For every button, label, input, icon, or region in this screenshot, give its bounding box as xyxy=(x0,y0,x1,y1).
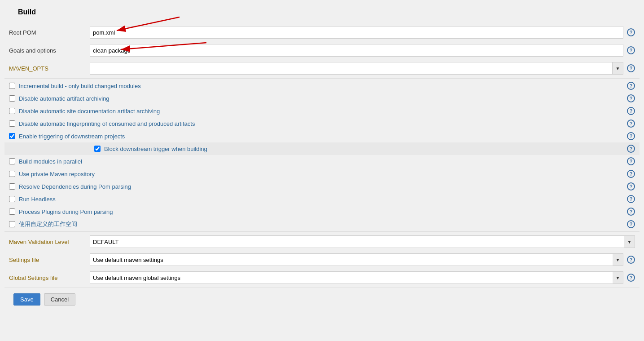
maven-validation-select-wrap: DEFAULT STRICT LAX ▼ xyxy=(90,235,635,248)
checkbox-row-block-downstream: Block downstream trigger when building ? xyxy=(4,142,640,155)
maven-opts-row: MAVEN_OPTS ▼ ? xyxy=(4,59,640,77)
incremental-help-icon[interactable]: ? xyxy=(627,82,635,90)
settings-file-select-wrap: Use default maven settings Custom settin… xyxy=(90,253,623,266)
maven-opts-input-wrap: ▼ xyxy=(90,62,623,75)
settings-file-help-icon[interactable]: ? xyxy=(627,256,635,264)
checkbox-incremental[interactable] xyxy=(9,83,15,89)
save-button[interactable]: Save xyxy=(13,293,40,306)
checkbox-disable-archiving-label[interactable]: Disable automatic artifact archiving xyxy=(19,95,110,102)
settings-file-label: Settings file xyxy=(9,257,90,263)
run-headless-help-icon[interactable]: ? xyxy=(627,195,635,203)
checkbox-run-headless[interactable] xyxy=(9,196,15,202)
maven-opts-input[interactable] xyxy=(90,62,613,75)
bottom-buttons: Save Cancel xyxy=(4,289,640,310)
section-header: Build xyxy=(0,0,644,23)
checkbox-disable-site-doc[interactable] xyxy=(9,108,15,114)
checkbox-custom-workspace[interactable] xyxy=(9,221,15,227)
maven-opts-help-icon[interactable]: ? xyxy=(627,64,635,72)
goals-options-label: Goals and options xyxy=(9,47,90,54)
parallel-help-icon[interactable]: ? xyxy=(627,157,635,165)
root-pom-input[interactable] xyxy=(90,26,623,39)
checkbox-row-disable-site-doc: Disable automatic site documentation art… xyxy=(4,105,640,117)
checkbox-disable-fingerprinting[interactable] xyxy=(9,120,15,127)
enable-downstream-help-icon[interactable]: ? xyxy=(627,132,635,140)
disable-site-doc-help-icon[interactable]: ? xyxy=(627,107,635,115)
checkbox-resolve-deps-label[interactable]: Resolve Dependencies during Pom parsing xyxy=(19,183,131,190)
maven-validation-label: Maven Validation Level xyxy=(9,239,90,245)
checkbox-incremental-label[interactable]: Incremental build - only build changed m… xyxy=(19,83,141,89)
checkbox-process-plugins[interactable] xyxy=(9,208,15,215)
checkbox-row-disable-fingerprinting: Disable automatic fingerprinting of cons… xyxy=(4,117,640,130)
checkbox-custom-workspace-label[interactable]: 使用自定义的工作空间 xyxy=(19,220,77,228)
goals-options-input-wrap xyxy=(90,44,623,57)
global-settings-dropdown-arrow[interactable]: ▼ xyxy=(613,271,623,284)
checkbox-parallel-label[interactable]: Build modules in parallel xyxy=(19,158,82,165)
checkbox-resolve-deps[interactable] xyxy=(9,183,15,190)
root-pom-input-wrap xyxy=(90,26,623,39)
checkbox-enable-downstream[interactable] xyxy=(9,133,15,139)
global-settings-select[interactable]: Use default maven global settings Custom… xyxy=(90,271,623,284)
disable-fingerprinting-help-icon[interactable]: ? xyxy=(627,120,635,128)
checkbox-process-plugins-label[interactable]: Process Plugins during Pom parsing xyxy=(19,208,113,215)
page-wrapper: Build Root POM ? Goals and options xyxy=(0,0,644,341)
checkbox-row-custom-workspace: 使用自定义的工作空间 ? xyxy=(4,218,640,230)
maven-validation-dropdown-arrow[interactable]: ▼ xyxy=(624,235,635,248)
process-plugins-help-icon[interactable]: ? xyxy=(627,208,635,216)
checkbox-block-downstream-label[interactable]: Block downstream trigger when building xyxy=(104,146,207,152)
global-settings-select-wrap: Use default maven global settings Custom… xyxy=(90,271,623,284)
global-settings-label: Global Settings file xyxy=(9,275,90,281)
settings-file-select[interactable]: Use default maven settings Custom settin… xyxy=(90,253,623,266)
checkbox-parallel[interactable] xyxy=(9,158,15,164)
root-pom-row: Root POM ? xyxy=(4,23,640,41)
maven-validation-select[interactable]: DEFAULT STRICT LAX xyxy=(90,235,635,248)
checkbox-row-resolve-deps: Resolve Dependencies during Pom parsing … xyxy=(4,180,640,193)
checkbox-row-parallel: Build modules in parallel ? xyxy=(4,155,640,168)
checkbox-private-repo[interactable] xyxy=(9,171,15,177)
checkbox-disable-fingerprinting-label[interactable]: Disable automatic fingerprinting of cons… xyxy=(19,120,195,127)
cancel-button[interactable]: Cancel xyxy=(44,293,75,306)
divider-1 xyxy=(4,78,640,79)
resolve-deps-help-icon[interactable]: ? xyxy=(627,182,635,190)
root-pom-label: Root POM xyxy=(9,29,90,36)
checkbox-run-headless-label[interactable]: Run Headless xyxy=(19,196,56,203)
disable-archiving-help-icon[interactable]: ? xyxy=(627,94,635,102)
block-downstream-help-icon[interactable]: ? xyxy=(627,145,635,153)
form-container: Root POM ? Goals and options ? MAVEN_OPT… xyxy=(0,23,644,310)
checkbox-enable-downstream-label[interactable]: Enable triggering of downstream projects xyxy=(19,133,125,140)
checkbox-row-run-headless: Run Headless ? xyxy=(4,193,640,205)
checkbox-private-repo-label[interactable]: Use private Maven repository xyxy=(19,171,95,177)
checkbox-row-disable-archiving: Disable automatic artifact archiving ? xyxy=(4,92,640,105)
root-pom-help-icon[interactable]: ? xyxy=(627,28,635,36)
checkbox-row-process-plugins: Process Plugins during Pom parsing ? xyxy=(4,205,640,218)
maven-opts-label: MAVEN_OPTS xyxy=(9,65,90,72)
global-settings-help-icon[interactable]: ? xyxy=(627,274,635,282)
checkbox-row-private-repo: Use private Maven repository ? xyxy=(4,168,640,180)
section-title: Build xyxy=(9,4,635,20)
custom-workspace-help-icon[interactable]: ? xyxy=(627,220,635,228)
divider-3 xyxy=(4,288,640,288)
goals-options-help-icon[interactable]: ? xyxy=(627,46,635,54)
maven-opts-dropdown-btn[interactable]: ▼ xyxy=(613,62,623,75)
settings-file-dropdown-arrow[interactable]: ▼ xyxy=(613,253,623,266)
checkbox-block-downstream[interactable] xyxy=(94,146,101,152)
maven-validation-row: Maven Validation Level DEFAULT STRICT LA… xyxy=(4,233,640,251)
global-settings-row: Global Settings file Use default maven g… xyxy=(4,269,640,287)
checkbox-row-incremental: Incremental build - only build changed m… xyxy=(4,80,640,92)
checkbox-disable-archiving[interactable] xyxy=(9,95,15,102)
private-repo-help-icon[interactable]: ? xyxy=(627,170,635,178)
settings-file-row: Settings file Use default maven settings… xyxy=(4,251,640,269)
checkbox-row-enable-downstream: Enable triggering of downstream projects… xyxy=(4,130,640,142)
goals-options-row: Goals and options ? xyxy=(4,41,640,59)
checkbox-disable-site-doc-label[interactable]: Disable automatic site documentation art… xyxy=(19,108,160,115)
goals-options-input[interactable] xyxy=(90,44,623,57)
divider-2 xyxy=(4,231,640,232)
